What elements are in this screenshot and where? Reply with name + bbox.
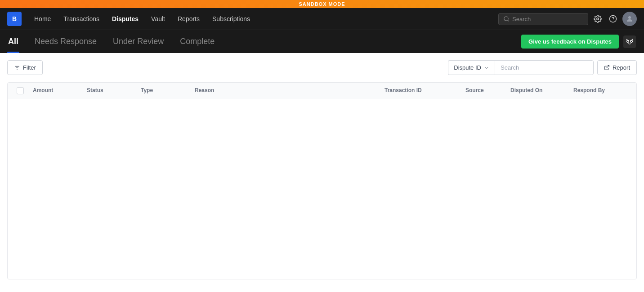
user-avatar[interactable] [622, 12, 637, 26]
owl-icon[interactable] [622, 35, 637, 49]
disputes-tabs: All Needs Response Under Review Complete [7, 30, 521, 53]
filter-row: Filter Dispute ID Report [7, 60, 637, 75]
svg-line-13 [606, 66, 609, 68]
col-disputed-on: Disputed On [507, 83, 570, 99]
svg-point-9 [631, 40, 632, 42]
search-type-label: Dispute ID [454, 64, 481, 71]
subnav-right: Give us feedback on Disputes [521, 35, 637, 49]
filter-icon [14, 65, 20, 71]
main-content: Filter Dispute ID Report [0, 53, 644, 287]
select-all-checkbox-cell[interactable] [11, 83, 29, 99]
col-amount: Amount [29, 83, 83, 99]
top-nav: B Home Transactions Disputes Vault Repor… [0, 8, 644, 30]
nav-right [498, 12, 637, 26]
tab-complete[interactable]: Complete [179, 30, 215, 53]
settings-button[interactable] [592, 13, 604, 25]
filter-button-label: Filter [23, 64, 36, 71]
tab-all[interactable]: All [7, 30, 19, 53]
tab-needs-response[interactable]: Needs Response [34, 30, 98, 53]
gear-icon [594, 15, 602, 23]
report-button[interactable]: Report [597, 60, 637, 75]
help-button[interactable] [607, 13, 619, 25]
nav-subscriptions[interactable]: Subscriptions [207, 13, 255, 25]
external-link-icon [604, 65, 610, 71]
table-header: Amount Status Type Reason Transaction ID… [8, 83, 636, 99]
sandbox-banner: SANDBOX MODE [0, 0, 644, 8]
filter-right: Dispute ID Report [448, 60, 637, 75]
disputes-table: Amount Status Type Reason Transaction ID… [7, 82, 637, 279]
svg-rect-5 [623, 35, 636, 48]
svg-point-0 [504, 17, 508, 21]
select-all-checkbox[interactable] [17, 87, 24, 94]
col-respond-by: Respond By [570, 83, 633, 99]
disputes-subnav: All Needs Response Under Review Complete… [0, 30, 644, 53]
global-search-bar[interactable] [498, 13, 588, 25]
col-source: Source [462, 83, 507, 99]
mascot-icon [623, 35, 636, 48]
avatar-icon [626, 15, 634, 23]
col-type: Type [137, 83, 191, 99]
col-status: Status [83, 83, 137, 99]
search-type-dropdown[interactable]: Dispute ID [448, 60, 495, 75]
col-transaction-id: Transaction ID [381, 83, 462, 99]
svg-point-8 [627, 40, 629, 42]
nav-home[interactable]: Home [29, 13, 56, 25]
sandbox-label: SANDBOX MODE [299, 1, 345, 7]
nav-reports[interactable]: Reports [172, 13, 205, 25]
chevron-down-icon [484, 65, 489, 71]
svg-point-1 [597, 18, 599, 20]
nav-transactions[interactable]: Transactions [58, 13, 105, 25]
nav-links: Home Transactions Disputes Vault Reports… [29, 13, 496, 25]
svg-point-4 [628, 16, 631, 19]
logo-button[interactable]: B [7, 12, 22, 26]
nav-vault[interactable]: Vault [146, 13, 170, 25]
feedback-button[interactable]: Give us feedback on Disputes [521, 35, 619, 49]
filter-button[interactable]: Filter [7, 60, 43, 75]
global-search-input[interactable] [512, 16, 583, 22]
search-icon [503, 16, 510, 22]
col-reason: Reason [191, 83, 381, 99]
report-button-label: Report [613, 64, 630, 71]
nav-disputes[interactable]: Disputes [107, 13, 144, 25]
filter-search-input[interactable] [495, 60, 594, 75]
table-body [8, 99, 636, 279]
tab-under-review[interactable]: Under Review [112, 30, 165, 53]
help-icon [609, 15, 617, 23]
